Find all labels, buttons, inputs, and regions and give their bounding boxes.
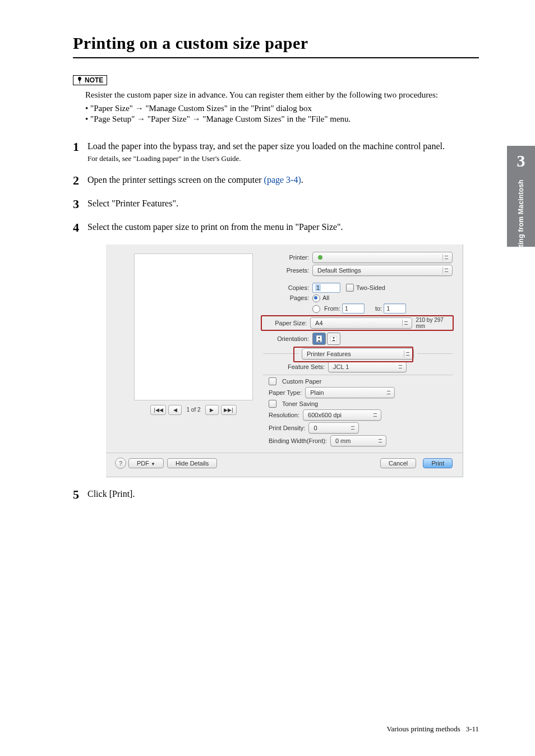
binding-width-dropdown[interactable]: 0 mm — [330, 435, 386, 446]
svg-point-4 — [333, 337, 335, 339]
footer-text: Various printing methods — [386, 725, 460, 733]
step-1-number: 1 — [73, 140, 87, 154]
resolution-label: Resolution: — [269, 412, 299, 418]
section-dropdown[interactable]: Printer Features — [302, 348, 414, 359]
from-value: 1 — [345, 305, 348, 312]
feature-sets-value: JCL 1 — [333, 363, 349, 370]
step-2-link[interactable]: (page 3-4) — [264, 175, 301, 185]
step-2: 2 Open the printer settings screen on th… — [73, 173, 479, 188]
step-1-text: Load the paper into the bypass tray, and… — [87, 141, 445, 151]
pager-prev-button[interactable]: ◀ — [168, 405, 182, 415]
print-button[interactable]: Print — [423, 458, 453, 468]
copies-input[interactable]: 1 — [312, 283, 340, 293]
paper-type-dropdown[interactable]: Plain — [305, 387, 395, 398]
orientation-label: Orientation: — [263, 335, 312, 342]
step-4-number: 4 — [73, 220, 87, 235]
paper-size-value: A4 — [315, 320, 322, 326]
page-footer: Various printing methods 3-11 — [386, 725, 479, 734]
presets-label: Presets: — [263, 267, 312, 274]
pdf-button[interactable]: PDF ▼ — [128, 458, 164, 468]
step-4: 4 Select the custom paper size to print … — [73, 220, 479, 235]
binding-width-label: Binding Width(Front): — [269, 437, 327, 444]
step-2-text-post: . — [301, 175, 303, 185]
pages-label: Pages: — [263, 294, 312, 301]
pages-range-radio[interactable] — [312, 305, 320, 313]
print-dialog: |◀◀ ◀ 1 of 2 ▶ ▶▶| Printer: — [106, 245, 463, 477]
step-1: 1 Load the paper into the bypass tray, a… — [73, 140, 479, 164]
copies-value: 1 — [315, 284, 321, 291]
pages-all-radio[interactable] — [312, 294, 320, 302]
print-preview — [134, 253, 253, 400]
footer-page: 3-11 — [466, 725, 479, 733]
note-bullet-1: "Paper Size" → "Manage Custom Sizes" in … — [85, 104, 479, 113]
help-button[interactable]: ? — [115, 458, 126, 469]
paper-size-label: Paper Size: — [263, 320, 310, 326]
two-sided-checkbox[interactable] — [346, 284, 354, 292]
print-density-value: 0 — [313, 425, 317, 431]
orientation-portrait-button[interactable] — [312, 333, 326, 345]
print-density-label: Print Density: — [269, 425, 305, 431]
to-label: to: — [375, 305, 382, 312]
paper-size-dropdown[interactable]: A4 — [310, 317, 412, 329]
step-2-text-pre: Open the printer settings screen on the … — [87, 175, 264, 185]
svg-point-2 — [318, 336, 320, 338]
step-3: 3 Select "Printer Features". — [73, 197, 479, 211]
custom-paper-label: Custom Paper — [282, 378, 321, 385]
note-badge: NOTE — [73, 75, 107, 85]
person-landscape-icon — [330, 336, 337, 342]
svg-point-0 — [318, 255, 322, 260]
orientation-landscape-button[interactable] — [327, 333, 340, 345]
step-4-text: Select the custom paper size to print on… — [87, 222, 343, 232]
paper-type-value: Plain — [310, 389, 324, 396]
print-density-dropdown[interactable]: 0 — [308, 422, 359, 434]
pager-first-button[interactable]: |◀◀ — [150, 405, 166, 415]
step-3-text: Select "Printer Features". — [87, 199, 178, 208]
presets-dropdown[interactable]: Default Settings — [312, 265, 453, 276]
printer-dropdown[interactable] — [312, 252, 453, 263]
note-label: NOTE — [85, 76, 103, 84]
step-5: 5 Click [Print]. — [73, 487, 479, 502]
pdf-button-label: PDF — [137, 460, 149, 467]
binding-width-value: 0 mm — [335, 437, 351, 444]
two-sided-label: Two-Sided — [356, 284, 385, 291]
resolution-dropdown[interactable]: 600x600 dpi — [303, 409, 381, 421]
step-3-number: 3 — [73, 197, 87, 211]
note-bullet-2: "Page Setup" → "Paper Size" → "Manage Cu… — [85, 114, 479, 124]
presets-value: Default Settings — [317, 267, 361, 274]
toner-saving-label: Toner Saving — [282, 400, 318, 407]
section-dropdown-value: Printer Features — [307, 351, 351, 357]
to-input[interactable]: 1 — [384, 303, 406, 314]
page-title: Printing on a custom size paper — [73, 34, 479, 53]
feature-sets-dropdown[interactable]: JCL 1 — [328, 361, 407, 372]
note-icon — [77, 76, 82, 84]
from-label: From: — [324, 305, 340, 312]
dialog-preview-column: |◀◀ ◀ 1 of 2 ▶ ▶▶| — [132, 250, 255, 448]
custom-paper-checkbox[interactable] — [269, 377, 276, 385]
paper-type-label: Paper Type: — [269, 389, 302, 396]
step-2-number: 2 — [73, 173, 87, 188]
step-5-number: 5 — [73, 487, 87, 502]
step-5-text: Click [Print]. — [87, 489, 135, 499]
resolution-value: 600x600 dpi — [308, 412, 342, 418]
toner-saving-checkbox[interactable] — [269, 400, 276, 408]
person-portrait-icon — [316, 335, 322, 342]
to-value: 1 — [386, 305, 390, 312]
note-bullet-list: "Paper Size" → "Manage Custom Sizes" in … — [85, 104, 479, 124]
feature-sets-label: Feature Sets: — [288, 363, 325, 370]
pager-last-button[interactable]: ▶▶| — [221, 405, 237, 415]
step-1-subtext: For details, see "Loading paper" in the … — [87, 154, 445, 164]
pages-all-label: All — [322, 294, 329, 301]
pager-status: 1 of 2 — [186, 407, 200, 413]
from-input[interactable]: 1 — [342, 303, 365, 314]
cancel-button[interactable]: Cancel — [380, 458, 416, 468]
hide-details-button[interactable]: Hide Details — [167, 458, 217, 468]
paper-dimensions: 210 by 297 mm — [416, 317, 453, 329]
printer-status-icon — [317, 255, 323, 260]
printer-label: Printer: — [263, 254, 312, 261]
copies-label: Copies: — [263, 284, 312, 291]
title-underline — [73, 57, 479, 58]
note-text: Resister the custom paper size in advanc… — [85, 89, 479, 102]
pager-next-button[interactable]: ▶ — [205, 405, 219, 415]
